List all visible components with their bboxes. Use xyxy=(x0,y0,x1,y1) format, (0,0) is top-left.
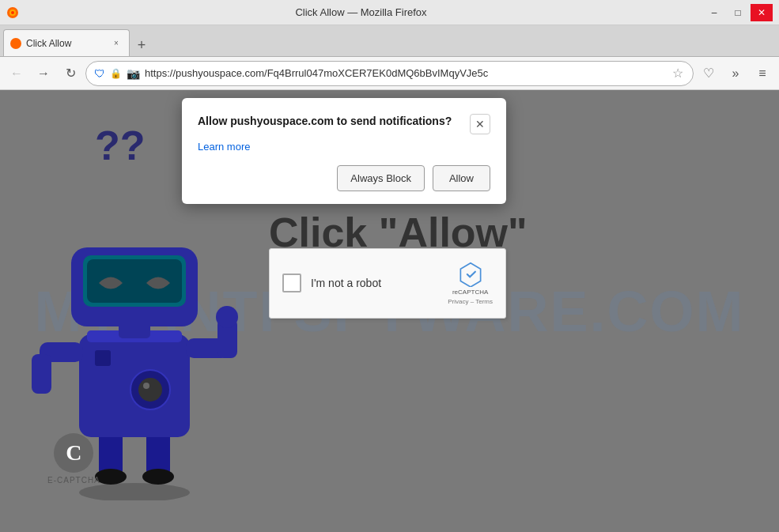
titlebar-controls: – □ ✕ xyxy=(703,4,773,21)
tabbar: Click Allow × + xyxy=(0,25,779,57)
learn-more-link[interactable]: Learn more xyxy=(198,141,490,153)
tab-favicon xyxy=(10,38,21,49)
titlebar: Click Allow — Mozilla Firefox – □ ✕ xyxy=(0,0,779,25)
recaptcha-spinner-icon xyxy=(458,262,483,287)
menu-button[interactable]: ≡ xyxy=(751,62,774,85)
recaptcha-widget: I'm not a robot reCAPTCHA Privacy – Term… xyxy=(269,248,506,319)
toolbar-right-buttons: ♡ » ≡ xyxy=(697,62,774,85)
reload-button[interactable]: ↻ xyxy=(59,62,82,85)
recaptcha-logo-area: reCAPTCHA Privacy – Terms xyxy=(448,262,493,305)
notification-popup: Allow pushyouspace.com to send notificat… xyxy=(182,98,506,204)
ecaptcha-label: E-CAPTCHA xyxy=(47,476,100,485)
recaptcha-links: Privacy – Terms xyxy=(448,298,493,305)
titlebar-left xyxy=(6,6,19,19)
bookmark-button[interactable]: ☆ xyxy=(671,64,685,82)
shield-icon: 🛡 xyxy=(94,67,105,80)
svg-point-12 xyxy=(143,383,149,389)
recaptcha-label: I'm not a robot xyxy=(311,277,438,289)
ecaptcha-badge: C E-CAPTCHA xyxy=(47,433,100,485)
popup-title: Allow pushyouspace.com to send notificat… xyxy=(198,114,470,130)
minimize-button[interactable]: – xyxy=(703,4,725,21)
popup-buttons: Always Block Allow xyxy=(198,165,490,191)
heart-button[interactable]: ♡ xyxy=(697,62,720,85)
svg-point-11 xyxy=(138,378,162,402)
tab-title: Click Allow xyxy=(26,38,105,49)
question-marks: ?? xyxy=(95,122,146,169)
popup-header: Allow pushyouspace.com to send notificat… xyxy=(198,114,490,134)
always-block-button[interactable]: Always Block xyxy=(337,165,425,191)
url-input[interactable] xyxy=(145,67,666,79)
svg-rect-9 xyxy=(95,350,111,366)
popup-close-button[interactable]: ✕ xyxy=(470,114,490,134)
svg-rect-19 xyxy=(32,354,51,394)
close-button[interactable]: ✕ xyxy=(751,4,773,21)
new-tab-button[interactable]: + xyxy=(130,34,153,56)
svg-point-7 xyxy=(142,469,174,485)
allow-button[interactable]: Allow xyxy=(433,165,490,191)
back-button[interactable]: ← xyxy=(5,62,28,85)
recaptcha-checkbox[interactable] xyxy=(282,274,301,292)
recaptcha-brand: reCAPTCHA xyxy=(452,289,488,296)
svg-point-3 xyxy=(79,483,190,500)
extensions-button[interactable]: » xyxy=(724,62,747,85)
camera-icon: 📷 xyxy=(127,67,140,80)
svg-point-2 xyxy=(11,11,14,14)
url-bar: 🛡 🔒 📷 ☆ xyxy=(85,61,694,86)
toolbar: ← → ↻ 🛡 🔒 📷 ☆ ♡ » ≡ xyxy=(0,57,779,90)
maximize-button[interactable]: □ xyxy=(727,4,749,21)
titlebar-title: Click Allow — Mozilla Firefox xyxy=(19,6,703,18)
firefox-icon xyxy=(6,6,19,19)
active-tab[interactable]: Click Allow × xyxy=(3,29,130,56)
svg-point-22 xyxy=(216,306,238,328)
lock-icon: 🔒 xyxy=(110,68,122,79)
tab-close-button[interactable]: × xyxy=(110,37,123,50)
browser-content: MY ANTI SPYWARE.COM ?? xyxy=(0,90,779,532)
ecaptcha-icon: C xyxy=(54,433,93,473)
forward-button[interactable]: → xyxy=(32,62,55,85)
